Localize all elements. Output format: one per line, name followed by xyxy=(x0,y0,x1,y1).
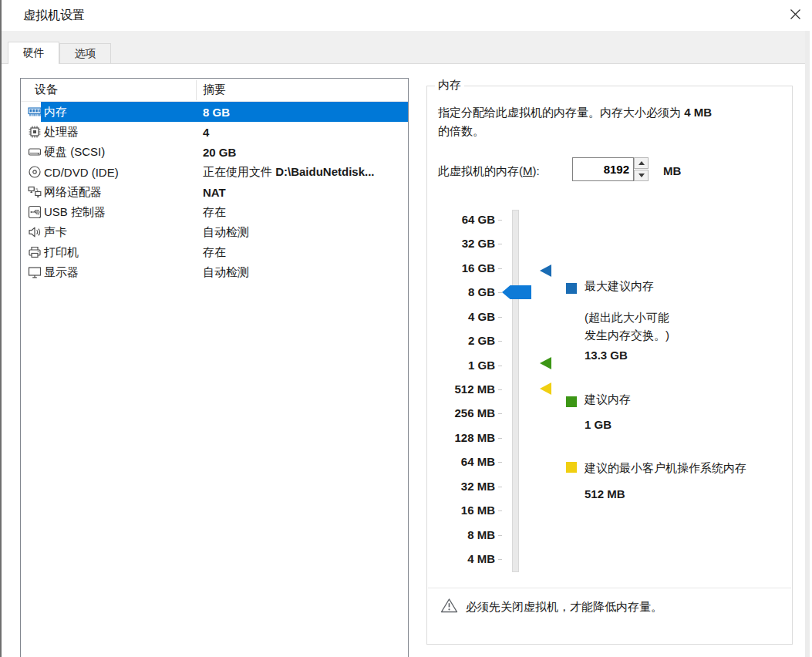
scale-tick xyxy=(498,438,502,439)
arrow-down-icon xyxy=(638,174,645,177)
titlebar: 虚拟机设置 xyxy=(0,0,812,31)
column-separator xyxy=(196,80,197,100)
device-row-cddvd[interactable]: CD/DVD (IDE)正在使用文件 D:\BaiduNetdisk... xyxy=(21,162,408,182)
memory-icon xyxy=(25,105,44,119)
usb-controller-icon xyxy=(25,205,44,219)
scale-label: 64 GB xyxy=(427,211,495,228)
device-summary: 20 GB xyxy=(203,146,236,159)
description-text2: 的倍数。 xyxy=(438,124,484,137)
min-guest-label: 建议的最小客户机操作系统内存 xyxy=(585,461,746,476)
scale-tick xyxy=(498,341,502,342)
description-text: 指定分配给此虚拟机的内存量。内存大小必须为 xyxy=(438,106,684,119)
device-list: 设备 摘要 内存8 GB处理器4硬盘 (SCSI)20 GBCD/DVD (ID… xyxy=(20,78,409,657)
harddisk-icon xyxy=(25,145,44,159)
window-right-edge xyxy=(805,31,810,657)
device-row-printer[interactable]: 打印机存在 xyxy=(21,242,408,262)
label-accesskey: M xyxy=(523,164,533,177)
device-row-sound[interactable]: 声卡自动检测 xyxy=(21,222,408,242)
column-header-device: 设备 xyxy=(35,83,58,97)
groupbox-title: 内存 xyxy=(435,78,464,93)
min-guest-swatch xyxy=(566,462,577,473)
spin-up-button[interactable] xyxy=(634,157,649,169)
close-icon xyxy=(789,8,802,24)
max-recommended-note: (超出此大小可能 发生内存交换。) xyxy=(585,308,669,344)
recommended-label: 建议内存 xyxy=(585,393,631,407)
scale-tick xyxy=(498,244,502,244)
scale-tick xyxy=(498,292,502,293)
spin-down-button[interactable] xyxy=(634,170,649,181)
warning-text: 必须先关闭虚拟机，才能降低内存量。 xyxy=(466,600,662,615)
max-recommended-marker-icon xyxy=(540,264,551,277)
scale-label: 4 MB xyxy=(427,551,495,568)
recommended-value: 1 GB xyxy=(585,418,612,431)
window-title: 虚拟机设置 xyxy=(23,8,85,24)
device-name: 显示器 xyxy=(44,265,79,280)
device-list-header: 设备 摘要 xyxy=(21,79,408,102)
sound-card-icon xyxy=(25,225,44,239)
device-name: CD/DVD (IDE) xyxy=(44,166,119,179)
scale-tick xyxy=(498,268,502,269)
device-summary: 存在 xyxy=(203,205,226,220)
memory-groupbox: 内存 指定分配给此虚拟机的内存量。内存大小必须为 4 MB的倍数。 此虚拟机的内… xyxy=(426,86,793,645)
max-recommended-value: 13.3 GB xyxy=(585,349,628,362)
hardware-tab-page: 设备 摘要 内存8 GB处理器4硬盘 (SCSI)20 GBCD/DVD (ID… xyxy=(2,63,805,657)
scale-tick xyxy=(498,366,502,366)
device-summary: 自动检测 xyxy=(203,265,249,280)
scale-label: 16 GB xyxy=(427,260,495,277)
device-summary: 4 xyxy=(203,126,209,139)
device-row-harddisk[interactable]: 硬盘 (SCSI)20 GB xyxy=(21,142,408,162)
description-value: 4 MB xyxy=(684,106,712,119)
scale-tick xyxy=(498,413,502,414)
scale-label: 8 GB xyxy=(427,284,495,301)
device-row-usb[interactable]: USB 控制器存在 xyxy=(21,202,408,222)
scale-label: 512 MB xyxy=(427,381,495,398)
device-row-memory[interactable]: 内存8 GB xyxy=(21,102,408,122)
device-name: 声卡 xyxy=(44,225,67,240)
scale-label: 8 MB xyxy=(427,527,495,544)
scale-tick xyxy=(498,535,502,536)
memory-amount-label: 此虚拟机的内存(M): xyxy=(438,164,540,179)
min-guest-value: 512 MB xyxy=(585,487,625,500)
device-name: 硬盘 (SCSI) xyxy=(44,145,105,160)
memory-input[interactable] xyxy=(572,157,634,181)
memory-slider-track[interactable] xyxy=(512,210,519,572)
max-recommended-label: 最大建议内存 xyxy=(585,279,654,294)
divider xyxy=(428,588,791,588)
device-summary: 存在 xyxy=(203,245,226,260)
scale-tick xyxy=(498,462,502,463)
memory-unit-label: MB xyxy=(663,164,681,177)
device-summary: 自动检测 xyxy=(203,225,249,240)
tab-hardware[interactable]: 硬件 xyxy=(8,42,59,64)
display-icon xyxy=(25,265,44,279)
scale-label: 256 MB xyxy=(427,405,495,422)
device-summary: 8 GB xyxy=(203,106,230,119)
label-suffix: ): xyxy=(533,164,540,177)
device-summary: 正在使用文件 D:\BaiduNetdisk... xyxy=(203,165,375,180)
scale-tick xyxy=(498,487,502,487)
scale-tick xyxy=(498,317,502,318)
scale-label: 4 GB xyxy=(427,308,495,325)
memory-slider-handle[interactable] xyxy=(502,285,531,299)
max-recommended-swatch xyxy=(566,283,577,294)
printer-icon xyxy=(25,245,44,259)
scale-label: 2 GB xyxy=(427,332,495,349)
tabstrip: 选项 硬件 xyxy=(2,31,805,63)
device-name: 内存 xyxy=(44,105,67,120)
column-header-summary: 摘要 xyxy=(203,83,226,97)
scale-tick xyxy=(498,510,502,511)
close-button[interactable] xyxy=(783,5,807,26)
scale-label: 1 GB xyxy=(427,357,495,374)
tab-options[interactable]: 选项 xyxy=(59,43,111,63)
device-row-network[interactable]: 网络适配器NAT xyxy=(21,182,408,202)
device-name: 打印机 xyxy=(44,245,79,260)
device-row-processor[interactable]: 处理器4 xyxy=(21,122,408,142)
recommended-swatch xyxy=(566,396,577,407)
device-name: USB 控制器 xyxy=(44,205,106,220)
window-left-border xyxy=(0,0,2,657)
device-row-display[interactable]: 显示器自动检测 xyxy=(21,262,408,282)
scale-tick xyxy=(498,220,502,221)
scale-label: 128 MB xyxy=(427,430,495,446)
network-adapter-icon xyxy=(25,185,44,199)
cddvd-icon xyxy=(25,165,44,179)
memory-description: 指定分配给此虚拟机的内存量。内存大小必须为 4 MB的倍数。 xyxy=(438,103,781,140)
